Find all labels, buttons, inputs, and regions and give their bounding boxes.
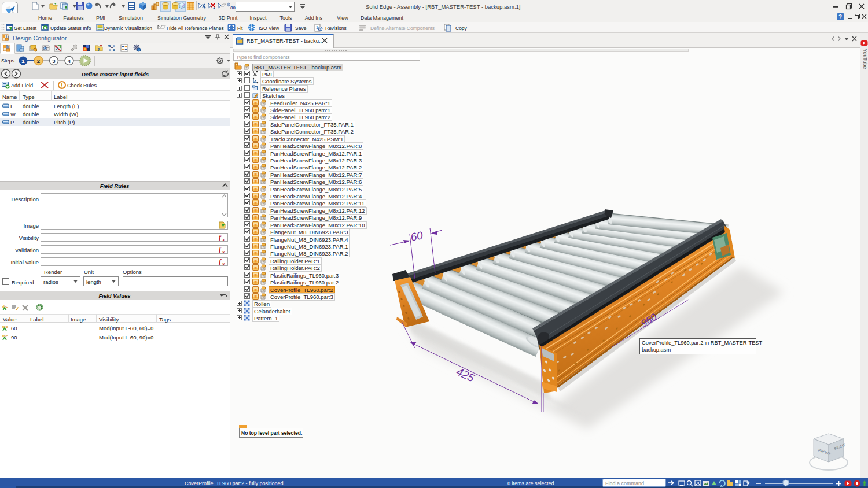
svg-text:3: 3: [52, 58, 55, 64]
svg-text:f: f: [219, 258, 222, 265]
svg-text:4: 4: [68, 58, 71, 64]
svg-text:x: x: [222, 261, 225, 265]
svg-text:f: f: [219, 234, 222, 241]
svg-text:2: 2: [37, 58, 40, 64]
svg-text:1: 1: [21, 58, 25, 64]
svg-text:60: 60: [410, 229, 424, 243]
svg-text:x: x: [222, 236, 225, 241]
svg-text:x: x: [222, 249, 225, 253]
svg-text:?: ?: [97, 47, 100, 52]
svg-text:1: 1: [316, 25, 318, 29]
svg-text:f: f: [219, 246, 222, 253]
svg-text:?: ?: [838, 14, 842, 20]
